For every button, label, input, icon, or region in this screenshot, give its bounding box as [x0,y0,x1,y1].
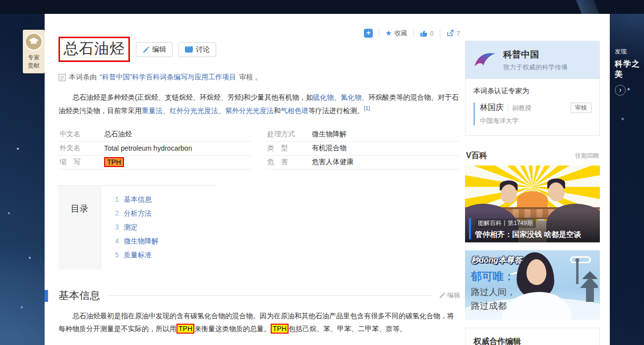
chevron-right-icon[interactable]: › [615,85,626,96]
infobox-row-chinese-name: 中文名 总石油烃 [59,128,252,142]
link-sulfide[interactable]: 硫化物 [313,93,334,101]
infobox-label: 类 型 [266,144,312,153]
intro-text: 、 [218,107,225,115]
certification-line: 本词条由“科普中国”科学百科词条编写与应用工作项目审核 。 [59,73,460,82]
entry-title: 总石油烃 [59,37,130,62]
body-text: 来衡量这类物质的总量。 [194,325,271,333]
toc-item-biodegradation[interactable]: 4微生物降解 [115,234,216,248]
baike-entry-page: 专家 贡献 + ★ 收藏 0 [0,0,644,345]
comic-title: 管仲相齐：国家没钱 啥都是空谈 [475,230,596,239]
document-icon [59,74,66,81]
ad-celebrity-name: 郁可唯： [471,269,515,284]
expert-badge-label-1: 专家 [23,54,45,61]
discuss-button[interactable]: 讨论 [178,42,216,57]
ad-program-logo: 秒dǒng本尊答 [471,255,522,266]
toc-item-label: 基本信息 [124,195,152,203]
like-button[interactable]: 0 [420,29,434,37]
promo-big-label: 科学之美 [615,59,644,80]
promo-small-label: 发现 [615,48,644,56]
infobox-value: 微生物降解 [312,130,347,139]
kepu-china-logo [472,50,498,70]
share-button[interactable]: 7 [446,29,460,37]
kepu-china-header: 科普中国 致力于权威的科学传播 [466,41,599,79]
vbaike-past-issues-link[interactable]: 往期回顾 [575,152,599,160]
tph-highlight-2: TPH [271,324,289,334]
toc-item-number: 3 [115,223,119,231]
edit-button[interactable]: 编辑 [136,42,173,57]
link-ir-spectrophotometry[interactable]: 红外分光光度法 [170,107,218,115]
section-edit-link[interactable]: 编辑 [439,291,460,300]
reference-1-link[interactable]: [1] [364,105,370,111]
intro-text: 和 [274,107,281,115]
toc-list: 1基本信息 2分析方法 3测定 4微生物降解 5质量标准 [101,186,216,270]
ad-banner[interactable]: 秒dǒng本尊答 郁可唯： 路过人间， 路过成都 [465,250,600,320]
add-to-collection-icon[interactable]: + [364,29,373,38]
section-title: 基本信息 [59,288,100,302]
divider [413,29,414,37]
cert-suffix: 审核 。 [239,73,262,82]
link-nitride[interactable]: 氮化物 [341,93,361,101]
infobox-left-column: 中文名 总石油烃 外文名 Total petroleum hydrocarbon… [59,128,252,170]
vbaike-comic-image[interactable]: 图解百科丨第1749期 管仲相齐：国家没钱 啥都是空谈 [465,166,600,242]
issue-tag: 图解百科丨第1749期 [475,219,536,228]
body-text: 包括己烷、苯、甲苯、二甲苯、萘等。 [289,325,407,333]
section-header-basic-info: 基本信息 编辑 [59,288,460,302]
expert-name[interactable]: 林国庆 [480,103,504,113]
toc-item-label: 质量标准 [124,251,152,259]
infobox: 中文名 总石油烃 外文名 Total petroleum hydrocarbon… [59,128,460,170]
toc-item-determination[interactable]: 3测定 [115,220,216,234]
section-accent-bar [45,290,48,302]
toc-item-label: 测定 [124,223,138,231]
infobox-row-type: 类 型 有机混合物 [266,142,460,156]
intro-paragraph: 总石油烃是多种烃类(正烷烃、支链烷烃、环烷烃、芳烃)和少量其他有机物，如硫化物、… [59,92,460,116]
partner-card-title: 权威合作编辑 [473,337,591,345]
divider [440,29,440,37]
cert-project-link[interactable]: “科普中国”科学百科词条编写与应用工作项目 [100,73,236,82]
certified-expert-intro: 本词条认证专家为 [473,87,591,96]
divider [508,105,508,112]
sun-illustration [517,191,548,208]
review-badge-button[interactable]: 审核 [571,103,591,113]
toc-item-label: 微生物降解 [124,237,159,245]
pencil-icon [142,46,149,53]
content-card: + ★ 收藏 0 [45,14,610,345]
star-icon: ★ [385,29,392,38]
section-edit-label: 编辑 [447,291,460,300]
edit-button-label: 编辑 [152,45,166,54]
ad-tagline-2: 路过成都 [471,300,507,312]
divider [379,29,379,37]
vbaike-caption-block: 图解百科丨第1749期 管仲相齐：国家没钱 啥都是空谈 [469,218,596,239]
infobox-label: 中文名 [59,130,104,139]
discover-science-promo: 发现 科学之美 › [615,48,644,96]
infobox-row-foreign-name: 外文名 Total petroleum hydrocarbon [59,142,252,156]
infobox-right-column: 处理方式 微生物降解 类 型 有机混合物 危 害 危害人体健康 [266,128,460,170]
basic-info-paragraph-1: 总石油烃最初是指在原油中发现的含有碳氢化合物的混合物。因为在原油和其他石油产品里… [59,309,460,335]
infobox-row-abbreviation: 缩 写 TPH [59,156,252,170]
share-icon [446,29,454,37]
toc-item-number: 5 [115,251,119,259]
action-bar: + ★ 收藏 0 [364,28,460,39]
infobox-label: 处理方式 [266,130,312,139]
vbaike-title: V百科 [466,151,487,161]
toc-item-number: 1 [115,195,119,203]
toc-item-quality-standard[interactable]: 5质量标准 [115,248,216,262]
toc-item-number: 2 [115,209,119,217]
link-gas-chromatography[interactable]: 气相色谱 [281,107,308,115]
favorite-button[interactable]: ★ 收藏 [385,29,407,38]
toc-item-analysis-methods[interactable]: 2分析方法 [115,206,216,220]
section-divider-line [107,295,432,296]
browser-top-strip [0,0,644,14]
intro-text: 、 [334,93,341,101]
link-uv-spectrophotometry[interactable]: 紫外分光光度法 [225,107,274,115]
infobox-value: 总石油烃 [104,130,132,139]
like-count: 0 [430,30,434,37]
kepu-china-subtitle: 致力于权威的科学传播 [503,63,568,72]
toc-item-number: 4 [115,237,119,245]
vbaike-header: V百科 往期回顾 [465,146,600,166]
vbaike-card: V百科 往期回顾 图解百科丨第1749期 管仲相齐：国 [465,146,600,242]
link-gravimetric-method[interactable]: 重量法 [142,107,163,115]
intro-text: 等疗法进行检测。 [308,107,364,115]
toc-item-basic-info[interactable]: 1基本信息 [115,192,216,206]
expert-contribution-badge[interactable]: 专家 贡献 [23,30,45,73]
toc-label: 目录 [59,186,101,270]
